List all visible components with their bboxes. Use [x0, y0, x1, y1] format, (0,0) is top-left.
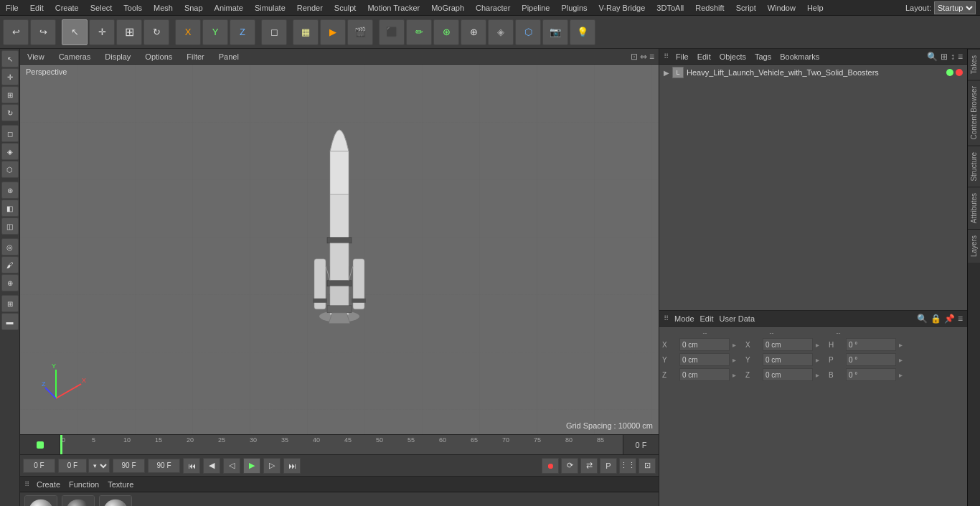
ap-x-field2[interactable]	[763, 338, 813, 351]
lt-mode5[interactable]: ◧	[1, 200, 19, 217]
mb-menu-texture[interactable]: Texture	[106, 480, 135, 489]
array-button[interactable]: ⊕	[461, 19, 486, 45]
mb-menu-create[interactable]: Create	[35, 480, 62, 489]
material-item-0[interactable]: Solid_bo	[24, 495, 57, 507]
redo-button[interactable]: ↪	[30, 19, 56, 45]
nurbs-button[interactable]: ⊛	[433, 19, 459, 45]
om-tree[interactable]: ▶ L Heavy_Lift_Launch_Vehicle_with_Two_S…	[659, 65, 967, 310]
vp-icon-settings[interactable]: ≡	[649, 52, 654, 62]
menu-animate[interactable]: Animate	[209, 2, 249, 14]
side-tab-takes[interactable]: Takes	[968, 49, 980, 80]
ap-h-field[interactable]	[846, 338, 896, 351]
vp-menu-display[interactable]: Display	[102, 52, 133, 61]
lt-mode3[interactable]: ⬡	[1, 161, 19, 178]
ap-edit[interactable]: Edit	[700, 314, 714, 323]
menu-simulate[interactable]: Simulate	[249, 2, 291, 14]
menu-sculpt[interactable]: Sculpt	[329, 2, 362, 14]
lt-pointer[interactable]: ↖	[1, 50, 19, 67]
material-item-2[interactable]: Upper_s	[99, 495, 132, 507]
menu-file[interactable]: File	[0, 2, 24, 14]
pb-start-frame[interactable]	[23, 459, 55, 473]
side-tab-layers[interactable]: Layers	[968, 229, 980, 263]
ap-h-arrow[interactable]: ▸	[899, 341, 909, 349]
lt-snap[interactable]: ⊕	[1, 274, 19, 291]
menu-3dtoall[interactable]: 3DToAll	[651, 2, 689, 14]
lt-paint[interactable]: 🖌	[1, 256, 19, 273]
vp-menu-options[interactable]: Options	[142, 52, 175, 61]
menu-window[interactable]: Window	[762, 2, 801, 14]
om-collapse-icon[interactable]: ↕	[951, 52, 955, 62]
om-tags[interactable]: Tags	[753, 52, 773, 61]
menu-edit[interactable]: Edit	[24, 2, 50, 14]
lt-grid[interactable]: ⊞	[1, 295, 19, 312]
lt-move[interactable]: ✛	[1, 68, 19, 85]
timeline[interactable]: 0 5 10 15 20 25 30 35 40 45 50 55 60 65 …	[20, 434, 659, 454]
om-filter-icon[interactable]: ⊞	[941, 52, 948, 62]
menu-snap[interactable]: Snap	[179, 2, 209, 14]
pb-prev-keyframe[interactable]: ◁	[223, 458, 240, 474]
pb-current-frame[interactable]	[58, 459, 87, 473]
viewport[interactable]: View Cameras Display Options Filter Pane…	[20, 49, 659, 434]
pb-prev-frame[interactable]: ◀	[203, 458, 220, 474]
render-region-button[interactable]: ▦	[293, 19, 319, 45]
ap-y-field2[interactable]	[763, 353, 813, 366]
lt-mode1[interactable]: ◻	[1, 125, 19, 142]
rotate-tool-button[interactable]: ↻	[143, 19, 169, 45]
pb-autokey[interactable]: ⊡	[639, 458, 656, 474]
scale-tool-button[interactable]: ⊞	[116, 19, 142, 45]
camera-button[interactable]: 📷	[542, 19, 568, 45]
om-file[interactable]: File	[674, 52, 690, 61]
lt-mode2[interactable]: ◈	[1, 143, 19, 160]
ap-p-field[interactable]	[846, 353, 896, 366]
pb-end-frame[interactable]	[113, 459, 145, 473]
menu-render[interactable]: Render	[291, 2, 329, 14]
menu-mograph[interactable]: MoGraph	[425, 2, 470, 14]
mb-menu-function[interactable]: Function	[67, 480, 100, 489]
undo-button[interactable]: ↩	[3, 19, 29, 45]
lt-sculpt[interactable]: ◎	[1, 238, 19, 256]
pb-end-frame2[interactable]	[148, 459, 180, 473]
pb-next-frame[interactable]: ▷	[263, 458, 281, 474]
vp-menu-view[interactable]: View	[24, 52, 47, 61]
pb-record[interactable]: ⏺	[542, 458, 559, 474]
om-tree-item-rocket[interactable]: ▶ L Heavy_Lift_Launch_Vehicle_with_Two_S…	[659, 65, 967, 80]
ap-pin-icon[interactable]: 📌	[944, 314, 955, 324]
ap-search-icon[interactable]: 🔍	[917, 314, 928, 324]
ap-y-field1[interactable]	[679, 353, 730, 366]
render-active-button[interactable]: ▶	[320, 19, 346, 45]
select-tool-button[interactable]: ↖	[62, 19, 88, 45]
timeline-ruler[interactable]: 0 5 10 15 20 25 30 35 40 45 50 55 60 65 …	[60, 435, 623, 454]
lt-mode6[interactable]: ◫	[1, 217, 19, 235]
ap-lock-icon[interactable]: 🔒	[930, 314, 941, 324]
lt-mode4[interactable]: ⊛	[1, 182, 19, 199]
ap-x-arrow2[interactable]: ▸	[816, 341, 826, 349]
scene-button[interactable]: ⬡	[515, 19, 541, 45]
menu-create[interactable]: Create	[50, 2, 85, 14]
ap-b-arrow[interactable]: ▸	[899, 371, 909, 379]
menu-redshift[interactable]: Redshift	[689, 2, 730, 14]
cube-button[interactable]: ⬛	[379, 19, 405, 45]
menu-help[interactable]: Help	[801, 2, 829, 14]
object-mode-button[interactable]: ◻	[261, 19, 287, 45]
lt-rotate[interactable]: ↻	[1, 104, 19, 121]
ap-x-arrow1[interactable]: ▸	[732, 341, 743, 349]
ap-y-arrow1[interactable]: ▸	[732, 356, 743, 364]
deformer-button[interactable]: ◈	[488, 19, 514, 45]
pen-button[interactable]: ✏	[406, 19, 432, 45]
z-axis-button[interactable]: Z	[230, 19, 255, 45]
ap-settings-icon[interactable]: ≡	[958, 314, 963, 324]
vp-menu-panel[interactable]: Panel	[216, 52, 242, 61]
ap-z-arrow2[interactable]: ▸	[816, 371, 826, 379]
om-dot-visible[interactable]	[946, 69, 953, 76]
pb-bounce[interactable]: ⇄	[580, 458, 598, 474]
x-axis-button[interactable]: X	[175, 19, 201, 45]
ap-b-field[interactable]	[846, 368, 896, 381]
side-tab-attributes[interactable]: Attributes	[968, 187, 980, 229]
om-objects[interactable]: Objects	[718, 52, 748, 61]
vp-menu-filter[interactable]: Filter	[184, 52, 207, 61]
side-tab-structure[interactable]: Structure	[968, 146, 980, 187]
move-tool-button[interactable]: ✛	[89, 19, 115, 45]
light-button[interactable]: 💡	[570, 19, 595, 45]
ap-x-field1[interactable]	[679, 338, 730, 351]
om-search-icon[interactable]: 🔍	[927, 52, 938, 62]
